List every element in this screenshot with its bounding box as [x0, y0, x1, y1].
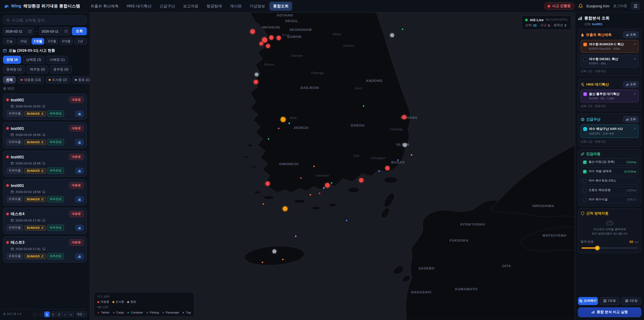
- brand[interactable]: Wing 해양환경 위기대응 통합시스템: [4, 3, 80, 9]
- status-filter-chip[interactable]: 종료 (1): [72, 76, 93, 84]
- view-mode-button[interactable]: 2분할: [600, 297, 620, 305]
- date-from-input[interactable]: 2026-02-11: [3, 27, 34, 35]
- checkbox[interactable]: ✓: [583, 170, 587, 173]
- nav-item[interactable]: 항공탐색: [203, 2, 226, 11]
- sensitive-resource-row[interactable]: 여수 취수시설(3개소): [580, 196, 639, 203]
- remove-item-button[interactable]: ×: [634, 92, 636, 96]
- quick-range-button[interactable]: 6개월: [60, 38, 73, 45]
- nav-item[interactable]: HNS·대기확산: [123, 2, 155, 11]
- checkbox[interactable]: ✓: [583, 160, 587, 164]
- checkbox[interactable]: [583, 198, 587, 201]
- sar-query-button[interactable]: 조회: [623, 116, 639, 123]
- incident-card[interactable]: 테스트4대응중2026-03-04 17:45유류유출BUNKER_C예측완료: [3, 208, 87, 234]
- incident-marker-active[interactable]: [269, 36, 274, 40]
- incident-marker-closed[interactable]: [272, 249, 276, 253]
- quick-range-button[interactable]: 3개월: [46, 38, 58, 45]
- remove-item-button[interactable]: ×: [634, 42, 636, 46]
- checkbox[interactable]: [583, 179, 587, 183]
- ship-marker-cargo[interactable]: ▲: [262, 202, 266, 206]
- incident-marker-closed[interactable]: [403, 143, 407, 147]
- incident-marker-closed[interactable]: [254, 73, 258, 76]
- ship-marker-cargo[interactable]: ▲: [281, 258, 285, 261]
- oil-query-button[interactable]: 조회: [623, 32, 639, 38]
- locate-on-map-button[interactable]: [76, 168, 84, 174]
- incident-marker-active[interactable]: [359, 178, 364, 183]
- quick-range-button[interactable]: 1년: [74, 38, 87, 45]
- quick-range-button[interactable]: 15일: [17, 38, 30, 45]
- page-number-button[interactable]: 3: [56, 311, 62, 317]
- analysis-item[interactable]: ✓여수항 BUNKER-C 확산KOSPS·OpenDrift · 150kL×: [580, 40, 639, 53]
- notification-bell-icon[interactable]: [578, 4, 583, 9]
- page-number-button[interactable]: 1: [44, 311, 50, 317]
- region-chip[interactable]: 중부청 (0): [50, 66, 72, 74]
- sensitive-resource-row[interactable]: ✓여수 갯벌 생태계(4,013ha): [580, 167, 639, 175]
- incident-in-progress-badge[interactable]: 사고 진행중: [544, 2, 574, 10]
- radius-slider-handle[interactable]: [595, 246, 600, 250]
- incident-marker-active[interactable]: [385, 166, 390, 170]
- status-filter-chip[interactable]: 전체: [3, 76, 16, 84]
- hamburger-menu-button[interactable]: [631, 2, 640, 10]
- sensitive-resource-row[interactable]: 여수 해수욕장 3개소: [580, 177, 639, 185]
- sensitive-resource-row[interactable]: ✓돌산 어장 (김·전복)(131ha): [580, 158, 639, 166]
- region-chip[interactable]: 전체 16: [3, 56, 21, 64]
- search-input[interactable]: [12, 18, 84, 22]
- nav-item[interactable]: 게시판: [226, 2, 245, 11]
- incident-marker-active[interactable]: [266, 181, 270, 186]
- incident-marker-active[interactable]: [402, 115, 406, 119]
- remove-item-button[interactable]: ×: [634, 57, 636, 61]
- locate-on-map-button[interactable]: [76, 253, 84, 259]
- nav-item[interactable]: 보고자료: [179, 2, 202, 11]
- ship-marker-fishing[interactable]: ▲: [330, 181, 334, 185]
- nav-item[interactable]: 유출유 확산예측: [87, 2, 122, 11]
- incident-marker-active[interactable]: [260, 42, 263, 46]
- checkbox[interactable]: ✓: [583, 127, 587, 131]
- checkbox[interactable]: ✓: [583, 43, 587, 46]
- locate-on-map-button[interactable]: [76, 139, 84, 145]
- nav-item[interactable]: 통합조회: [269, 2, 292, 11]
- incident-marker-investigating[interactable]: [280, 117, 286, 122]
- incident-marker-investigating[interactable]: [283, 206, 288, 211]
- page-size-select[interactable]: 6건 ∨: [76, 311, 87, 317]
- incident-marker-active[interactable]: [276, 36, 281, 40]
- view-mode-button[interactable]: 3분할: [621, 297, 641, 305]
- date-query-button[interactable]: 조회: [72, 27, 87, 35]
- region-chip[interactable]: 제주청 (0): [26, 66, 48, 74]
- analysis-item[interactable]: ✓울산 톨루엔 대기확산ALOHA · 15L · 1.2km×: [580, 90, 639, 102]
- incident-marker-active[interactable]: [325, 183, 330, 188]
- ship-marker-passenger[interactable]: ▲: [345, 218, 348, 222]
- checkbox[interactable]: ✓: [583, 92, 587, 96]
- incident-marker-active[interactable]: [254, 80, 258, 84]
- date-to-input[interactable]: 2026-03-11: [39, 27, 70, 35]
- region-chip[interactable]: 서해청 (1): [46, 56, 68, 64]
- incident-card[interactable]: test001대응중2026-03-04 18:58유류유출BUNKER_C예측…: [3, 151, 87, 177]
- incident-marker-closed[interactable]: [390, 33, 394, 37]
- incident-marker-active[interactable]: [262, 38, 267, 43]
- map[interactable]: GOYANGSEOULINCHEONSEONGNAMSUWONAnsanWonj…: [90, 13, 575, 320]
- sensitive-resource-row[interactable]: 오동도 해상공원(125ha): [580, 186, 639, 194]
- run-comparison-button[interactable]: 통합 분석 비교 실행: [578, 307, 641, 317]
- radius-slider[interactable]: [582, 247, 638, 248]
- last-page-button[interactable]: »: [68, 311, 74, 317]
- nav-item[interactable]: 긴급구난: [156, 2, 178, 11]
- ship-marker-tanker[interactable]: ▲: [276, 127, 280, 130]
- prev-page-button[interactable]: ‹: [38, 311, 44, 317]
- locate-on-map-button[interactable]: [76, 111, 84, 117]
- nav-item[interactable]: 기상정보: [246, 2, 269, 11]
- quick-range-button[interactable]: 오늘: [3, 38, 16, 45]
- analysis-item[interactable]: 여수항 DIESEL 확산KOSPS · 30kL×: [580, 55, 639, 68]
- incident-marker-active[interactable]: [250, 29, 255, 34]
- ship-marker-tug[interactable]: ▲: [294, 234, 297, 238]
- checkbox[interactable]: [583, 57, 587, 61]
- incident-card[interactable]: test001대응중2026-03-04 18:58유류유출BUNKER_C예측…: [3, 122, 87, 148]
- hns-query-button[interactable]: 조회: [623, 81, 639, 88]
- next-page-button[interactable]: ›: [62, 311, 68, 317]
- status-filter-chip[interactable]: 조사중 (2): [46, 76, 70, 84]
- first-page-button[interactable]: «: [32, 311, 38, 317]
- region-chip[interactable]: 동해청 (1): [3, 66, 25, 74]
- quick-range-button[interactable]: 1개월: [31, 38, 44, 45]
- checkbox[interactable]: [583, 188, 587, 192]
- status-filter-chip[interactable]: 대응중 (13): [18, 76, 44, 84]
- incident-card[interactable]: 테스트3대응중2026-03-04 17:41유류유출BUNKER_C예측완료: [3, 236, 87, 262]
- remove-item-button[interactable]: ×: [634, 127, 636, 131]
- incident-card[interactable]: test001대응중2026-03-04 18:58유류유출BUNKER_C예측…: [3, 179, 87, 205]
